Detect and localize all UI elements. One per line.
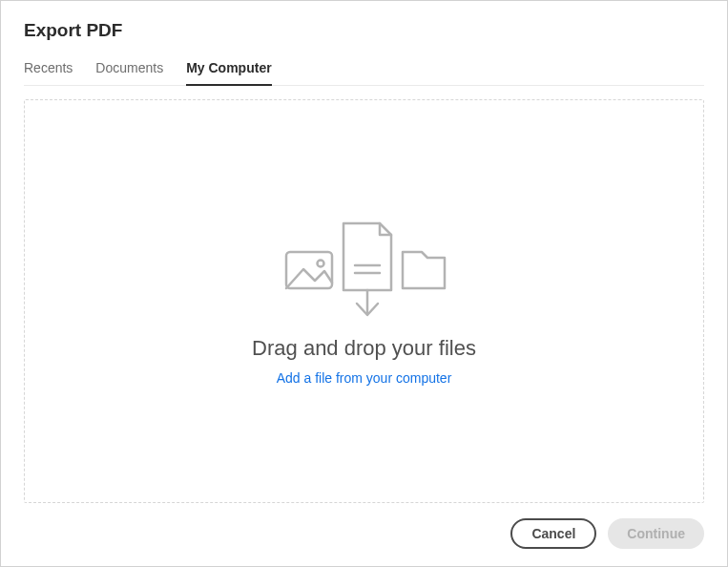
file-drop-illustration-icon	[269, 218, 460, 323]
tabs: Recents Documents My Computer	[24, 54, 704, 86]
cancel-button[interactable]: Cancel	[510, 518, 596, 549]
tab-my-computer[interactable]: My Computer	[186, 54, 271, 85]
dropzone[interactable]: Drag and drop your files Add a file from…	[24, 99, 704, 503]
tab-recents[interactable]: Recents	[24, 54, 73, 85]
continue-button: Continue	[608, 518, 704, 549]
dialog-footer: Cancel Continue	[24, 518, 704, 549]
svg-point-1	[317, 260, 323, 266]
dropzone-title: Drag and drop your files	[252, 336, 476, 361]
dialog-title: Export PDF	[24, 20, 704, 41]
svg-rect-0	[286, 252, 332, 288]
tab-documents[interactable]: Documents	[95, 54, 163, 85]
add-file-link[interactable]: Add a file from your computer	[277, 370, 452, 386]
